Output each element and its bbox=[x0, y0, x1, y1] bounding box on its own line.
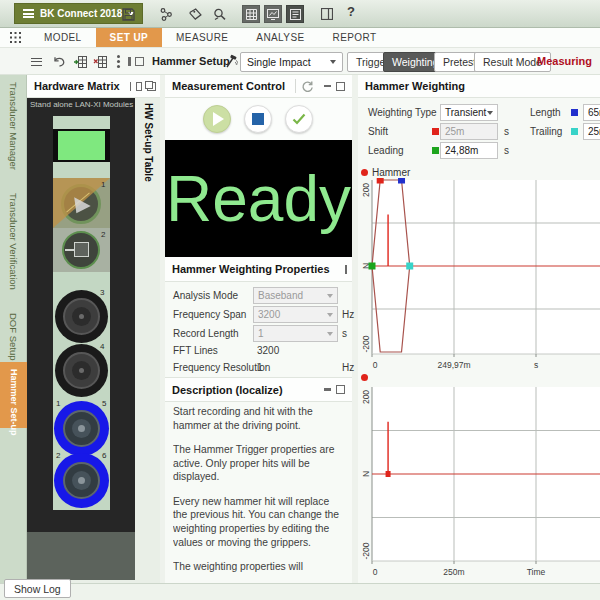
measurement-control-header: Measurement Control bbox=[165, 75, 352, 98]
connector-3[interactable] bbox=[55, 290, 108, 343]
apps-grid-icon[interactable] bbox=[0, 28, 30, 47]
layout-doc-icon bbox=[290, 9, 301, 20]
analysis-mode-select[interactable]: Baseband bbox=[253, 287, 338, 304]
toolbar-maximize-button[interactable] bbox=[131, 53, 148, 70]
metadata-tag-button[interactable] bbox=[186, 5, 204, 23]
save-button[interactable] bbox=[119, 5, 137, 23]
layout-display-toggle[interactable] bbox=[264, 5, 282, 23]
maximize-icon[interactable] bbox=[336, 385, 345, 394]
hammer-icon bbox=[223, 54, 238, 69]
layout-matrix-toggle[interactable] bbox=[242, 5, 260, 23]
length-field[interactable]: 65m bbox=[583, 104, 600, 121]
chevron-down-icon bbox=[327, 294, 333, 298]
svg-text:200: 200 bbox=[361, 183, 371, 197]
save-icon bbox=[121, 7, 136, 22]
shift-field[interactable]: 25m bbox=[440, 123, 498, 140]
tab-report[interactable]: REPORT bbox=[319, 28, 391, 47]
tab-model[interactable]: MODEL bbox=[30, 28, 96, 47]
play-icon bbox=[213, 112, 224, 126]
channel-number: 2 bbox=[56, 451, 60, 460]
sidebar-item-dof-setup[interactable]: DOF Setup bbox=[0, 306, 27, 360]
svg-text:249,97m: 249,97m bbox=[437, 360, 470, 370]
table-import-icon bbox=[73, 55, 88, 69]
svg-text:0: 0 bbox=[373, 567, 378, 577]
pin-icon[interactable] bbox=[324, 388, 331, 391]
search-data-button[interactable] bbox=[210, 5, 228, 23]
svg-text:-200: -200 bbox=[361, 542, 371, 559]
length-marker bbox=[571, 109, 578, 116]
check-icon bbox=[291, 112, 307, 126]
clear-table-button[interactable] bbox=[92, 53, 109, 70]
lanxi-module[interactable]: 1 2 3 4 5 6 1 2 bbox=[53, 116, 110, 510]
fft-lines-row: FFT Lines 3200 bbox=[165, 342, 352, 360]
svg-text:-200: -200 bbox=[361, 335, 371, 352]
accept-measurement-button[interactable] bbox=[285, 105, 313, 133]
weighting-window-chart[interactable]: 200N-2000249,97ms bbox=[358, 178, 600, 375]
hardware-matrix-canvas: Stand alone LAN-XI Modules bbox=[27, 98, 135, 580]
hw-setup-table-tab[interactable]: HW Set-up Table bbox=[137, 100, 159, 245]
tab-analyse[interactable]: ANALYSE bbox=[242, 28, 318, 47]
weighting-properties-header: Hammer Weighting Properties bbox=[165, 257, 352, 282]
chevron-down-icon bbox=[327, 332, 333, 336]
start-measurement-button[interactable] bbox=[203, 105, 231, 133]
module-group-label: Stand alone LAN-XI Modules bbox=[30, 100, 133, 109]
layout-grid-icon bbox=[246, 9, 257, 20]
status-bar: Show Log bbox=[0, 583, 600, 600]
hierarchy-icon bbox=[159, 7, 174, 22]
weighting-type-row: Weighting Type Transient Length 65m bbox=[358, 104, 600, 121]
toolbar-menu-button[interactable] bbox=[28, 53, 45, 70]
panel-title: Measurement Control bbox=[172, 80, 285, 92]
layout-document-toggle[interactable] bbox=[286, 5, 304, 23]
svg-text:0: 0 bbox=[373, 360, 378, 370]
record-length-select[interactable]: 1 bbox=[253, 325, 338, 342]
table-delete-icon bbox=[93, 55, 108, 69]
undo-icon bbox=[52, 55, 66, 68]
help-button[interactable]: ? bbox=[347, 4, 355, 19]
float-panel-icon[interactable] bbox=[147, 81, 153, 91]
leading-field[interactable]: 24,88m bbox=[440, 142, 498, 159]
undo-button[interactable] bbox=[50, 53, 67, 70]
maximize-icon[interactable] bbox=[336, 82, 345, 91]
fft-lines-value: 3200 bbox=[257, 345, 279, 356]
sidebar-item-transducer-manager[interactable]: Transducer Manager bbox=[0, 75, 27, 186]
connector-6[interactable] bbox=[54, 453, 109, 508]
refresh-icon[interactable] bbox=[301, 80, 314, 93]
stop-measurement-button[interactable] bbox=[244, 105, 272, 133]
hardware-matrix-header: Hardware Matrix bbox=[27, 75, 160, 98]
frequency-span-select[interactable]: 3200 bbox=[253, 306, 338, 323]
measurement-control-panel: Measurement Control Ready Hammer Weighti… bbox=[165, 75, 352, 583]
link-setup-button[interactable] bbox=[157, 5, 175, 23]
connector-4[interactable] bbox=[55, 344, 108, 397]
weighting-type-select[interactable]: Transient bbox=[440, 104, 498, 121]
maximize-icon[interactable] bbox=[345, 265, 347, 274]
connector-number: 1 bbox=[101, 180, 105, 189]
import-table-button[interactable] bbox=[72, 53, 89, 70]
connector-5[interactable] bbox=[54, 401, 109, 456]
tab-measure[interactable]: MEASURE bbox=[162, 28, 242, 47]
maximize-icon[interactable] bbox=[136, 82, 142, 91]
trailing-marker bbox=[571, 128, 578, 135]
hardware-matrix-panel: Hardware Matrix Stand alone LAN-XI Modul… bbox=[27, 75, 160, 583]
layout-panel-toggle[interactable] bbox=[318, 5, 336, 23]
tab-setup[interactable]: SET UP bbox=[96, 28, 163, 47]
sidebar-item-transducer-verification[interactable]: Transducer Verification bbox=[0, 186, 27, 306]
svg-text:250m: 250m bbox=[443, 567, 464, 577]
maximize-icon bbox=[135, 57, 144, 66]
ribbon-tabs: MODEL SET UP MEASURE ANALYSE REPORT bbox=[0, 28, 600, 48]
svg-text:N: N bbox=[361, 471, 371, 477]
module-display bbox=[53, 129, 110, 162]
impact-mode-select[interactable]: Single Impact bbox=[240, 52, 343, 72]
hammer-signal-chart[interactable]: 200N-2000250mTime bbox=[358, 382, 600, 582]
pin-icon[interactable] bbox=[130, 82, 132, 91]
panel-title: Hardware Matrix bbox=[34, 80, 120, 92]
sidebar-item-hammer-setup[interactable]: Hammer Set-up bbox=[0, 362, 27, 428]
trailing-field[interactable]: 25m bbox=[583, 123, 600, 140]
show-log-button[interactable]: Show Log bbox=[4, 579, 71, 598]
description-text: Start recording and hit with the hammer … bbox=[173, 405, 345, 575]
accelerometer-glyph bbox=[74, 242, 89, 257]
search-icon bbox=[212, 7, 227, 22]
panel-title: Hammer Weighting Properties bbox=[172, 263, 330, 275]
analysis-mode-row: Analysis Mode Baseband bbox=[165, 287, 352, 305]
pin-icon[interactable] bbox=[324, 85, 331, 88]
hammer-weighting-header: Hammer Weighting bbox=[358, 75, 600, 98]
